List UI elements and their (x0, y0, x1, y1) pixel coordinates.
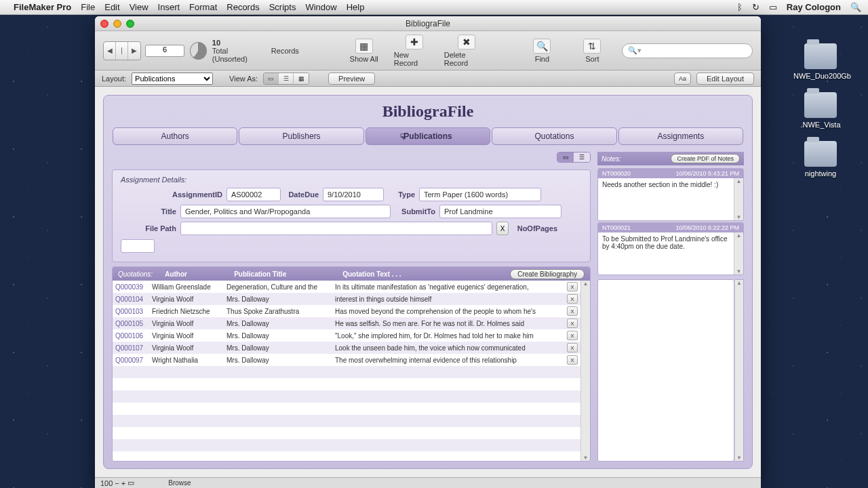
panel-view-list-icon[interactable]: ☰ (574, 152, 590, 162)
menu-insert[interactable]: Insert (158, 2, 180, 12)
quotation-row[interactable]: Q000103Friedrich NietzscheThus Spoke Zar… (113, 305, 580, 317)
aa-button[interactable]: Aa (674, 73, 691, 85)
quotation-row[interactable]: Q000039William GreensladeDegeneration, C… (113, 281, 580, 293)
quotation-delete-button[interactable]: X (567, 319, 578, 328)
menu-format[interactable]: Format (189, 2, 217, 12)
note-body[interactable]: To be Submitted to Prof Landmine's offic… (598, 232, 734, 274)
tab-quotations[interactable]: Quotations (492, 127, 616, 145)
desktop-folder[interactable]: NWE_Duo200Gb (793, 43, 848, 80)
create-bibliography-button[interactable]: Create Bibliography (510, 269, 585, 279)
folder-icon (804, 92, 837, 118)
quotation-id[interactable]: Q000104 (115, 296, 152, 303)
zoom-in-button[interactable]: + (121, 479, 125, 487)
quotation-row[interactable]: Q000097Wright NathaliaMrs. DallowayThe m… (113, 354, 580, 366)
mode-label[interactable]: Browse (168, 479, 191, 487)
delete-record-button[interactable]: ✖ Delete Record (444, 35, 490, 67)
menu-scripts[interactable]: Scripts (269, 2, 296, 12)
edit-layout-button[interactable]: Edit Layout (696, 73, 754, 85)
menu-edit[interactable]: Edit (104, 2, 119, 12)
quotation-delete-button[interactable]: X (567, 355, 578, 365)
quotation-row-empty (113, 366, 580, 378)
tab-publishers[interactable]: Publishers (239, 127, 363, 145)
view-as-toggle[interactable]: ▭ ☰ ▦ (263, 73, 309, 85)
tab-publications[interactable]: Publications☟ (366, 127, 490, 145)
note-body[interactable]: Needs another section in the middle! :) (598, 178, 734, 220)
field-assignment-id[interactable]: AS00002 (226, 188, 281, 201)
battery-icon[interactable]: ▭ (769, 2, 777, 12)
col-pub[interactable]: Publication Title (234, 270, 342, 278)
quotation-delete-button[interactable]: X (567, 282, 578, 291)
timemachine-icon[interactable]: ↻ (752, 2, 760, 12)
quotation-delete-button[interactable]: X (567, 331, 578, 340)
field-title[interactable]: Gender, Politics and War/Propoganda (180, 205, 391, 218)
quick-search-input[interactable]: 🔍▾ (622, 43, 753, 58)
col-author[interactable]: Author (165, 270, 234, 278)
record-pie-icon[interactable] (190, 42, 207, 60)
field-type[interactable]: Term Paper (1600 words) (419, 188, 541, 201)
tab-authors[interactable]: Authors (113, 127, 237, 145)
note-scrollbar[interactable]: ▲▼ (734, 178, 743, 220)
preview-button[interactable]: Preview (328, 73, 375, 85)
menu-view[interactable]: View (130, 2, 149, 12)
view-table-icon[interactable]: ▦ (294, 73, 309, 84)
quotation-id[interactable]: Q000103 (115, 308, 152, 315)
desktop-folder[interactable]: nightwing (793, 141, 848, 178)
create-pdf-notes-button[interactable]: Create PDF of Notes (671, 154, 740, 163)
zoom-value[interactable]: 100 (100, 479, 113, 487)
titlebar[interactable]: BibliograFile (95, 16, 761, 31)
quotation-row[interactable]: Q000104Virginia WoolfMrs. Dallowayintere… (113, 293, 580, 305)
quotation-id[interactable]: Q000097 (115, 357, 152, 364)
menu-window[interactable]: Window (305, 2, 336, 12)
quotation-id[interactable]: Q000105 (115, 320, 152, 327)
quotation-row[interactable]: Q000105Virginia WoolfMrs. DallowayHe was… (113, 317, 580, 329)
panel-view-toggle[interactable]: ▭ ☰ (557, 152, 591, 163)
zoom-out-button[interactable]: − (115, 479, 119, 487)
show-all-button[interactable]: ▦ Show All (344, 39, 384, 63)
field-no-of-pages[interactable] (121, 239, 155, 253)
quotation-delete-button[interactable]: X (567, 306, 578, 316)
menu-file[interactable]: File (81, 2, 95, 12)
menu-records[interactable]: Records (226, 2, 259, 12)
sort-button[interactable]: ⇅ Sort (572, 39, 612, 63)
col-text[interactable]: Quotation Text . . . (342, 270, 401, 278)
quotation-row-empty (113, 403, 580, 415)
quotation-id[interactable]: Q000106 (115, 332, 152, 340)
record-number-input[interactable]: 6 (145, 45, 184, 57)
quotation-row[interactable]: Q000106Virginia WoolfMrs. Dalloway"Look,… (113, 329, 580, 342)
notes-column-scrollbar[interactable]: ▲▼ (734, 279, 744, 462)
field-submit-to[interactable]: Prof Landmine (439, 205, 561, 218)
notes-empty-area[interactable] (597, 279, 734, 462)
note-scrollbar[interactable]: ▲▼ (734, 232, 743, 274)
bluetooth-icon[interactable]: ᛒ (737, 2, 743, 12)
quotation-id[interactable]: Q000039 (115, 283, 152, 291)
find-button[interactable]: 🔍 Find (521, 39, 562, 63)
new-record-button[interactable]: ✚ New Record (394, 35, 435, 67)
layout-select[interactable]: Publications (132, 73, 213, 85)
field-date-due[interactable]: 9/10/2010 (323, 188, 384, 201)
field-file-path[interactable] (180, 222, 492, 235)
quotation-row[interactable]: Q000107Virginia WoolfMrs. DallowayLook t… (113, 342, 580, 354)
app-menu[interactable]: FileMaker Pro (14, 2, 71, 12)
view-list-icon[interactable]: ☰ (279, 73, 294, 84)
quotation-id[interactable]: Q000107 (115, 344, 152, 352)
user-name[interactable]: Ray Cologon (787, 2, 841, 12)
tab-assignments[interactable]: Assignments (618, 127, 743, 145)
quotation-pub: Thus Spoke Zarathustra (226, 308, 335, 315)
window-title: BibliograFile (95, 19, 761, 28)
note-entry[interactable]: NT00002110/06/2010 6:22:22 PMTo be Submi… (597, 222, 744, 275)
statusbar-toggle-icon[interactable]: ▭ (127, 479, 134, 487)
quotation-delete-button[interactable]: X (567, 294, 578, 304)
desktop-folder[interactable]: .NWE_Vista (793, 92, 848, 129)
view-form-icon[interactable]: ▭ (264, 73, 279, 84)
spotlight-icon[interactable]: 🔍 (850, 2, 861, 12)
next-record-icon[interactable]: ▶ (128, 42, 140, 60)
menu-help[interactable]: Help (347, 2, 365, 12)
viewas-label: View As: (229, 75, 258, 83)
file-path-clear-button[interactable]: X (496, 222, 509, 235)
record-nav[interactable]: ◀ | ▶ (103, 41, 141, 60)
note-entry[interactable]: NT00002010/06/2010 5:43:21 PMNeeds anoth… (597, 168, 744, 221)
panel-view-form-icon[interactable]: ▭ (557, 152, 574, 162)
prev-record-icon[interactable]: ◀ (104, 42, 116, 60)
quotation-delete-button[interactable]: X (567, 343, 578, 352)
quotations-scrollbar[interactable]: ▲▼ (580, 281, 590, 461)
